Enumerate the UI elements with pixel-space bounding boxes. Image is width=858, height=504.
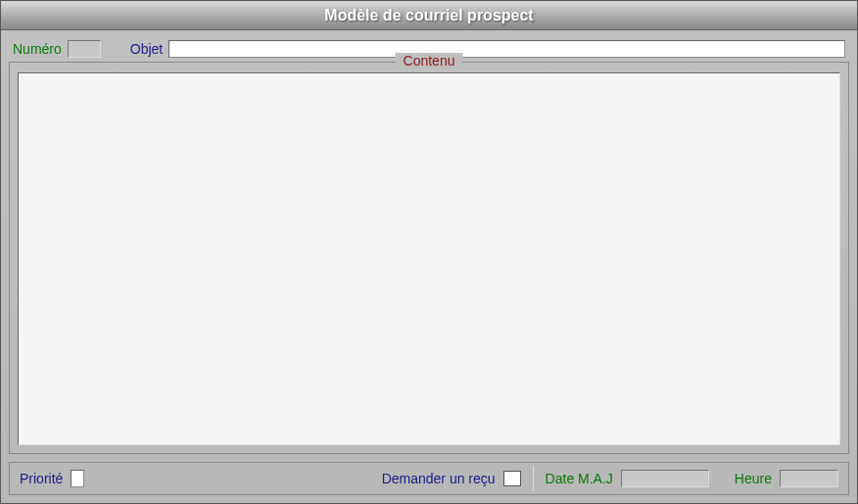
- contenu-fieldset: Contenu: [9, 62, 849, 454]
- priorite-input[interactable]: [71, 470, 84, 487]
- window-title: Modèle de courriel prospect: [324, 7, 533, 24]
- numero-label: Numéro: [13, 41, 62, 57]
- divider: [533, 466, 534, 491]
- heure-input[interactable]: [780, 470, 838, 487]
- window-frame: Modèle de courriel prospect Numéro Objet…: [0, 0, 858, 504]
- objet-label: Objet: [130, 41, 163, 57]
- date-maj-label: Date M.A.J: [546, 471, 613, 486]
- heure-label: Heure: [735, 471, 772, 486]
- objet-input[interactable]: [168, 40, 845, 58]
- demander-recu-checkbox[interactable]: [503, 471, 521, 486]
- contenu-textarea[interactable]: [18, 72, 840, 445]
- priorite-label: Priorité: [20, 471, 63, 486]
- numero-input[interactable]: [68, 40, 101, 58]
- bottom-bar: Priorité Demander un reçu Date M.A.J Heu…: [9, 462, 849, 495]
- demander-recu-label: Demander un reçu: [382, 471, 496, 486]
- window-titlebar: Modèle de courriel prospect: [1, 1, 857, 30]
- content-area: Numéro Objet Contenu Priorité Demander u…: [1, 30, 857, 503]
- contenu-fieldset-wrap: Contenu: [9, 62, 849, 454]
- contenu-legend: Contenu: [396, 53, 463, 69]
- date-maj-input[interactable]: [621, 470, 709, 487]
